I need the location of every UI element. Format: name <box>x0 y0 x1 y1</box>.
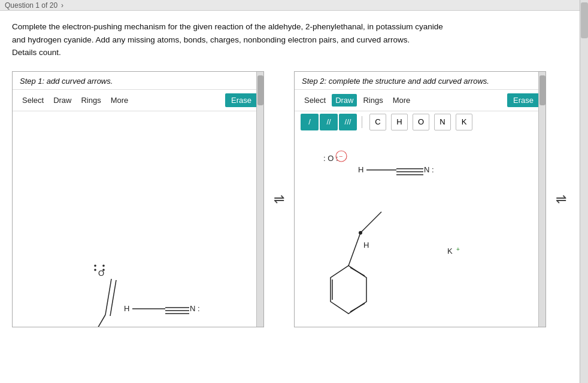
panel1-scrollbar-thumb <box>257 75 263 105</box>
page-scrollbar[interactable] <box>580 0 588 383</box>
svg-text:N :: N : <box>190 304 200 313</box>
panel2-draw-area[interactable]: : O : − H N : <box>295 134 545 320</box>
panel2-molecule-svg: : O : − H N : <box>295 134 522 320</box>
panel2-more-btn[interactable]: More <box>389 94 414 107</box>
svg-line-45 <box>360 212 381 233</box>
atom-O-btn[interactable]: O <box>413 114 429 130</box>
svg-text:N :: N : <box>424 165 434 174</box>
svg-line-43 <box>348 233 360 266</box>
single-bond-btn[interactable]: / <box>301 114 319 130</box>
svg-marker-39 <box>331 266 366 314</box>
top-bar: Question 1 of 20 › <box>0 0 588 11</box>
right-equilibrium-symbol: ⇌ <box>556 192 566 207</box>
panel1-draw-area[interactable]: O H H <box>13 111 263 327</box>
panel-step1: Step 1: add curved arrows. Select Draw R… <box>12 71 264 327</box>
bond-buttons: / // /// <box>301 114 357 130</box>
atom-H-btn[interactable]: H <box>391 114 408 130</box>
panel1-scrollbar[interactable] <box>256 72 263 327</box>
svg-text:+: + <box>456 246 460 253</box>
panel2-rings-btn[interactable]: Rings <box>359 94 386 107</box>
svg-point-12 <box>102 265 105 267</box>
panel-step2: Step 2: complete the structure and add c… <box>294 71 546 327</box>
panel1-select-btn[interactable]: Select <box>19 94 47 107</box>
panel2-toolbar: Select Draw Rings More Erase <box>295 90 545 111</box>
svg-point-9 <box>94 269 96 271</box>
instruction-text: Complete the electron-pushing mechanism … <box>12 20 576 59</box>
panel2-atom-toolbar: / // /// C H O N K <box>295 111 545 134</box>
svg-text:H: H <box>363 241 369 250</box>
question-counter: Question 1 of 20 <box>5 1 57 10</box>
triple-bond-btn[interactable]: /// <box>339 114 357 130</box>
instruction-line2: and hydrogen cyanide. Add any missing at… <box>12 35 410 44</box>
equilibrium-symbol: ⇌ <box>274 192 284 207</box>
atom-N-btn[interactable]: N <box>434 114 451 130</box>
svg-point-11 <box>102 269 105 271</box>
panel1-erase-btn[interactable]: Erase <box>225 93 257 107</box>
svg-line-42 <box>350 268 365 276</box>
svg-line-7 <box>110 280 116 316</box>
panel2-scrollbar[interactable] <box>538 72 545 327</box>
panel1-rings-btn[interactable]: Rings <box>77 94 104 107</box>
equilibrium-arrow-between: ⇌ <box>264 71 294 327</box>
svg-line-6 <box>105 279 111 315</box>
toolbar-separator <box>362 116 362 128</box>
main-content: Complete the electron-pushing mechanism … <box>0 11 588 337</box>
panel1-molecule-svg: O H H <box>13 111 240 327</box>
instruction-line3: Details count. <box>12 48 61 57</box>
svg-line-5 <box>84 315 105 327</box>
right-equilibrium-arrow: ⇌ <box>546 71 576 327</box>
panel2-select-btn[interactable]: Select <box>301 94 329 107</box>
svg-text:K: K <box>447 247 453 256</box>
svg-text:−: − <box>339 153 343 160</box>
page-wrapper: Question 1 of 20 › Complete the electron… <box>0 0 588 383</box>
atom-C-btn[interactable]: C <box>369 114 386 130</box>
panel2-erase-btn[interactable]: Erase <box>507 93 539 107</box>
panel1-draw-btn[interactable]: Draw <box>50 94 75 107</box>
svg-text:H: H <box>358 165 363 174</box>
panel1-toolbar: Select Draw Rings More Erase <box>13 90 263 111</box>
panel2-draw-btn[interactable]: Draw <box>332 94 357 107</box>
panel1-more-btn[interactable]: More <box>107 94 132 107</box>
svg-point-10 <box>94 265 96 267</box>
double-bond-btn[interactable]: // <box>320 114 338 130</box>
panels-container: Step 1: add curved arrows. Select Draw R… <box>12 71 576 327</box>
panel2-scrollbar-thumb <box>539 75 545 105</box>
page-scrollbar-thumb <box>581 2 588 38</box>
instruction-line1: Complete the electron-pushing mechanism … <box>12 22 443 31</box>
svg-text:H: H <box>124 304 129 313</box>
atom-K-btn[interactable]: K <box>456 114 472 130</box>
panel2-title: Step 2: complete the structure and add c… <box>295 72 545 90</box>
svg-line-41 <box>350 303 365 312</box>
panel1-title: Step 1: add curved arrows. <box>13 72 263 90</box>
